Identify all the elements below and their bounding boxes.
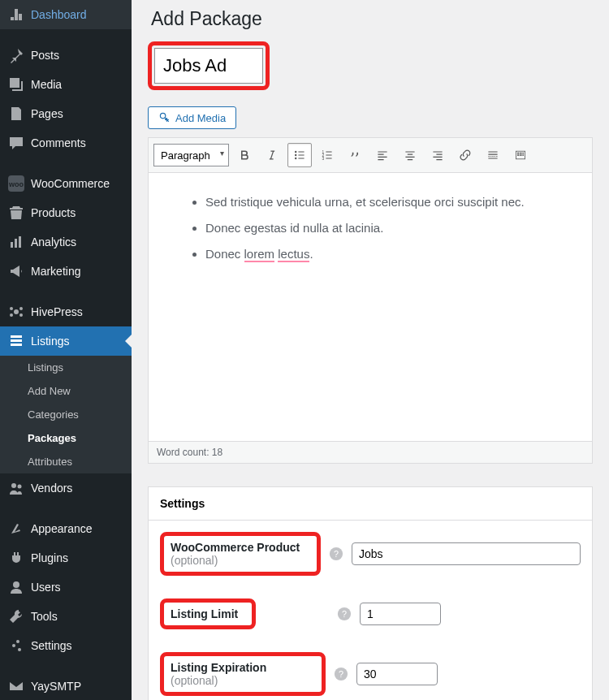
sidebar-item-label: WooCommerce <box>31 177 110 190</box>
editor-content[interactable]: Sed tristique vehicula urna, et sceleris… <box>149 173 592 441</box>
help-icon[interactable]: ? <box>334 667 348 681</box>
woocommerce-product-input[interactable] <box>352 542 581 565</box>
svg-point-16 <box>18 648 21 651</box>
sidebar-item-comments[interactable]: Comments <box>0 128 132 158</box>
paragraph-select[interactable]: Paragraph <box>153 144 229 166</box>
listing-limit-label-highlight: Listing Limit <box>160 598 256 629</box>
users-icon <box>8 579 24 595</box>
sidebar-item-media[interactable]: Media <box>0 70 132 99</box>
add-media-button[interactable]: Add Media <box>148 106 236 129</box>
listing-expiration-label: Listing Expiration <box>171 661 266 674</box>
optional-text: (optional) <box>171 554 218 567</box>
sidebar-item-marketing[interactable]: Marketing <box>0 257 132 286</box>
setting-row-listing-limit: Listing Limit ? <box>149 587 592 641</box>
pin-icon <box>8 47 24 63</box>
svg-point-11 <box>11 483 16 488</box>
setting-row-woocommerce: WooCommerce Product (optional) ? <box>149 521 592 587</box>
sidebar-item-settings[interactable]: Settings <box>0 631 132 660</box>
comment-icon <box>8 135 24 151</box>
marketing-icon <box>8 263 24 279</box>
word-count-value: 18 <box>212 447 222 458</box>
sidebar-item-pages[interactable]: Pages <box>0 99 132 128</box>
svg-text:3: 3 <box>322 157 325 161</box>
quote-button[interactable] <box>343 143 367 167</box>
settings-header: Settings <box>149 487 592 521</box>
align-left-button[interactable] <box>370 143 395 167</box>
svg-point-10 <box>19 313 23 317</box>
hive-icon <box>8 304 24 320</box>
analytics-icon <box>8 234 24 250</box>
sidebar-item-label: YaySMTP <box>31 680 81 693</box>
svg-rect-5 <box>19 236 21 248</box>
svg-point-9 <box>10 313 13 317</box>
sidebar-item-label: Users <box>31 581 61 594</box>
sidebar-item-yaysmtp[interactable]: YaySMTP <box>0 672 132 700</box>
media-icon <box>8 76 24 93</box>
sidebar-item-appearance[interactable]: Appearance <box>0 514 132 543</box>
bold-button[interactable] <box>232 143 257 167</box>
content-list-item: Donec egestas id nulla at lacinia. <box>205 215 568 241</box>
sidebar-item-label: Pages <box>31 107 63 120</box>
sidebar-item-users[interactable]: Users <box>0 573 132 602</box>
title-input-highlight <box>148 41 270 90</box>
sidebar-item-posts[interactable]: Posts <box>0 41 132 70</box>
sidebar-item-label: Vendors <box>31 482 72 495</box>
sidebar-item-label: Marketing <box>31 265 80 278</box>
listing-limit-label: Listing Limit <box>171 607 238 620</box>
help-icon[interactable]: ? <box>329 547 343 561</box>
svg-rect-26 <box>520 153 521 154</box>
word-count-bar: Word count: 18 <box>148 442 593 464</box>
appearance-icon <box>8 521 24 537</box>
svg-text:?: ? <box>334 549 339 559</box>
sidebar-item-dashboard[interactable]: Dashboard <box>0 0 132 29</box>
editor-box: Paragraph 123 Sed tristique vehicula urn… <box>148 137 593 442</box>
sidebar-item-listings[interactable]: Listings <box>0 326 132 356</box>
package-title-input[interactable] <box>154 48 263 84</box>
svg-rect-3 <box>11 242 13 248</box>
toolbar-toggle-button[interactable] <box>508 143 533 167</box>
submenu-item-listings[interactable]: Listings <box>0 356 132 379</box>
sidebar-item-hivepress[interactable]: HivePress <box>0 297 132 326</box>
sidebar-item-vendors[interactable]: Vendors <box>0 473 132 503</box>
listing-expiration-input[interactable] <box>356 663 438 685</box>
listing-limit-input[interactable] <box>360 603 441 625</box>
sidebar-item-label: Settings <box>31 639 72 652</box>
svg-point-13 <box>13 581 19 588</box>
sidebar-item-tools[interactable]: Tools <box>0 602 132 631</box>
sidebar-item-products[interactable]: Products <box>0 198 132 227</box>
submenu-item-attributes[interactable]: Attributes <box>0 450 132 473</box>
help-icon[interactable]: ? <box>337 607 352 621</box>
submenu-item-add-new[interactable]: Add New <box>0 379 132 403</box>
listings-icon <box>8 333 24 349</box>
dashboard-icon <box>8 6 24 23</box>
sidebar-item-analytics[interactable]: Analytics <box>0 227 132 257</box>
svg-text:woo: woo <box>8 180 24 188</box>
sidebar-item-label: Media <box>31 78 62 91</box>
main-content: Add Package Add Media Paragraph 123 <box>132 0 609 700</box>
svg-point-12 <box>18 485 22 489</box>
svg-point-6 <box>14 309 19 314</box>
insert-more-button[interactable] <box>481 143 505 167</box>
sidebar-item-woocommerce[interactable]: wooWooCommerce <box>0 169 132 198</box>
sidebar-item-plugins[interactable]: Plugins <box>0 543 132 573</box>
submenu-item-packages[interactable]: Packages <box>0 426 132 450</box>
listing-expiration-label-highlight: Listing Expiration (optional) <box>160 652 326 696</box>
bullet-list-button[interactable] <box>287 143 312 167</box>
sidebar-item-label: Listings <box>31 335 69 348</box>
plugins-icon <box>8 550 24 566</box>
sidebar-item-label: Tools <box>31 610 58 623</box>
sidebar-item-label: HivePress <box>31 305 83 318</box>
numbered-list-button[interactable]: 123 <box>315 143 339 167</box>
svg-point-0 <box>12 80 15 83</box>
align-right-button[interactable] <box>425 143 450 167</box>
sidebar-item-label: Analytics <box>31 235 76 248</box>
page-title: Add Package <box>151 8 593 30</box>
svg-point-14 <box>16 640 19 643</box>
align-center-button[interactable] <box>398 143 422 167</box>
italic-button[interactable] <box>260 143 284 167</box>
svg-text:?: ? <box>339 669 343 679</box>
svg-rect-27 <box>522 153 524 154</box>
link-button[interactable] <box>453 143 477 167</box>
submenu-item-categories[interactable]: Categories <box>0 403 132 426</box>
content-list-item: Donec lorem lectus. <box>205 241 568 267</box>
